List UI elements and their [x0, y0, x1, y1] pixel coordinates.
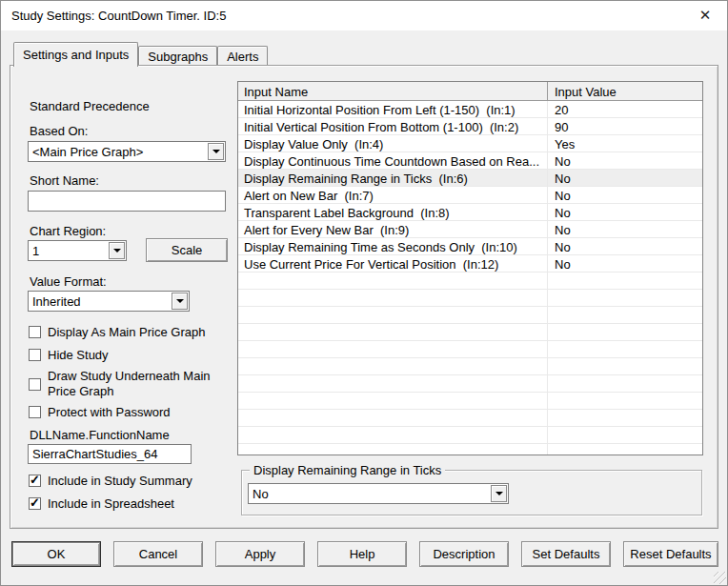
table-row-empty[interactable]	[238, 307, 702, 324]
cancel-button-label: Cancel	[139, 547, 177, 561]
table-row-empty[interactable]	[238, 273, 702, 290]
value-format-label: Value Format:	[30, 274, 107, 289]
input-value-cell	[548, 324, 702, 340]
tab-subgraphs[interactable]: Subgraphs	[138, 46, 217, 66]
checkbox-draw-study-underneath[interactable]: Draw Study Underneath Main Price Graph	[29, 369, 224, 399]
checkbox-icon[interactable]	[29, 378, 41, 391]
input-name-cell[interactable]: Initial Horizontal Position From Left (1…	[238, 101, 548, 117]
table-row[interactable]: Display Remaining Time as Seconds Only (…	[238, 238, 702, 255]
help-button[interactable]: Help	[317, 541, 407, 567]
input-name-cell	[238, 410, 548, 426]
dll-function-name-input[interactable]	[28, 444, 192, 464]
checkbox-icon[interactable]	[29, 475, 41, 487]
table-row[interactable]: Use Current Price For Vertical Position …	[238, 255, 702, 273]
chevron-down-icon[interactable]	[109, 242, 125, 259]
input-value-cell	[548, 444, 702, 455]
groupbox-label: Display Remaining Range in Ticks	[250, 463, 445, 477]
table-row[interactable]: Display Value Only (In:4) Yes	[238, 135, 702, 152]
checkbox-include-in-spreadsheet[interactable]: Include in Spreadsheet	[29, 496, 233, 511]
ok-button[interactable]: OK	[11, 541, 101, 567]
apply-button[interactable]: Apply	[215, 541, 305, 567]
value-format-value: Inherited	[32, 292, 171, 311]
checkbox-display-as-main-price-graph[interactable]: Display As Main Price Graph	[29, 325, 229, 339]
table-row[interactable]: Display Continuous Time Countdown Based …	[238, 152, 702, 170]
table-row-empty[interactable]	[238, 427, 702, 444]
scale-button[interactable]: Scale	[146, 238, 228, 262]
input-name-cell	[238, 375, 548, 392]
reset-defaults-button[interactable]: Reset Defaults	[623, 541, 718, 567]
description-button[interactable]: Description	[419, 541, 509, 567]
table-row-empty[interactable]	[238, 393, 702, 410]
chevron-down-icon[interactable]	[172, 293, 188, 310]
table-row[interactable]: Initial Vertical Position From Bottom (1…	[238, 118, 702, 135]
input-value-cell[interactable]: No	[548, 221, 702, 237]
input-value-cell[interactable]: No	[548, 255, 702, 272]
apply-button-label: Apply	[245, 547, 276, 561]
input-name-cell[interactable]: Display Value Only (In:4)	[238, 135, 548, 152]
input-value-cell[interactable]: No	[548, 204, 702, 220]
input-value-dropdown[interactable]: No	[248, 483, 509, 504]
based-on-dropdown[interactable]: <Main Price Graph>	[28, 141, 226, 162]
table-row-empty[interactable]	[238, 375, 702, 393]
checkbox-protect-with-password[interactable]: Protect with Password	[29, 405, 229, 419]
input-name-cell	[238, 290, 548, 306]
column-header-input-name[interactable]: Input Name	[238, 82, 548, 100]
checkbox-include-in-study-summary[interactable]: Include in Study Summary	[29, 474, 233, 488]
chevron-down-icon[interactable]	[491, 485, 507, 502]
value-format-dropdown[interactable]: Inherited	[28, 291, 190, 312]
table-row-empty[interactable]	[238, 324, 702, 341]
input-name-cell[interactable]: Use Current Price For Vertical Position …	[238, 255, 548, 272]
scale-button-label: Scale	[172, 243, 203, 257]
input-name-cell[interactable]: Display Remaining Range in Ticks (In:6)	[238, 170, 548, 186]
input-value-cell	[548, 427, 702, 443]
checkbox-label: Display As Main Price Graph	[48, 325, 205, 339]
checkbox-icon[interactable]	[29, 406, 41, 418]
table-row-empty[interactable]	[238, 290, 702, 307]
table-row-empty[interactable]	[238, 341, 702, 358]
chart-region-label: Chart Region:	[30, 224, 106, 238]
column-header-input-value[interactable]: Input Value	[548, 82, 702, 100]
checkbox-hide-study[interactable]: Hide Study	[29, 348, 229, 362]
input-value-cell[interactable]: 20	[548, 101, 702, 117]
table-row-empty[interactable]	[238, 358, 702, 375]
input-name-cell[interactable]: Alert for Every New Bar (In:9)	[238, 221, 548, 237]
table-row[interactable]: Alert for Every New Bar (In:9) No	[238, 221, 702, 238]
table-row[interactable]: Alert on New Bar (In:7) No	[238, 187, 702, 204]
tab-label: Subgraphs	[148, 50, 208, 64]
table-row-selected[interactable]: Display Remaining Range in Ticks (In:6) …	[238, 170, 702, 187]
table-row-empty[interactable]	[238, 444, 702, 455]
input-name-cell[interactable]: Initial Vertical Position From Bottom (1…	[238, 118, 548, 134]
tab-settings-and-inputs[interactable]: Settings and Inputs	[13, 42, 138, 67]
input-value-cell[interactable]: 90	[548, 118, 702, 134]
checkbox-icon[interactable]	[29, 349, 41, 361]
input-value-cell[interactable]: No	[548, 152, 702, 169]
table-row[interactable]: Initial Horizontal Position From Left (1…	[238, 101, 702, 118]
checkbox-label: Include in Study Summary	[48, 474, 192, 488]
input-name-cell[interactable]: Display Remaining Time as Seconds Only (…	[238, 238, 548, 254]
cancel-button[interactable]: Cancel	[113, 541, 203, 567]
resize-grip[interactable]	[714, 572, 726, 584]
inputs-table: Input Name Input Value Initial Horizonta…	[237, 81, 703, 455]
input-name-cell[interactable]: Alert on New Bar (In:7)	[238, 187, 548, 203]
tab-label: Settings and Inputs	[23, 48, 129, 62]
input-value-cell[interactable]: No	[548, 187, 702, 203]
input-name-cell[interactable]: Transparent Label Background (In:8)	[238, 204, 548, 220]
chart-region-dropdown[interactable]: 1	[28, 240, 127, 261]
checkbox-icon[interactable]	[29, 326, 41, 338]
input-value-cell[interactable]: Yes	[548, 135, 702, 152]
short-name-label: Short Name:	[30, 173, 99, 188]
close-icon[interactable]: ✕	[691, 3, 719, 28]
input-value-cell	[548, 341, 702, 357]
input-name-cell[interactable]: Display Continuous Time Countdown Based …	[238, 152, 548, 169]
chevron-down-icon[interactable]	[208, 143, 224, 160]
window-title: Study Settings: CountDown Timer. ID:5	[11, 9, 226, 23]
chart-region-value: 1	[32, 241, 108, 260]
table-row-empty[interactable]	[238, 410, 702, 427]
checkbox-icon[interactable]	[29, 497, 41, 510]
set-defaults-button[interactable]: Set Defaults	[521, 541, 611, 567]
tab-alerts[interactable]: Alerts	[217, 46, 268, 66]
short-name-input[interactable]	[28, 191, 226, 212]
input-value-cell[interactable]: No	[548, 238, 702, 254]
input-value-cell[interactable]: No	[548, 170, 702, 186]
table-row[interactable]: Transparent Label Background (In:8) No	[238, 204, 702, 221]
